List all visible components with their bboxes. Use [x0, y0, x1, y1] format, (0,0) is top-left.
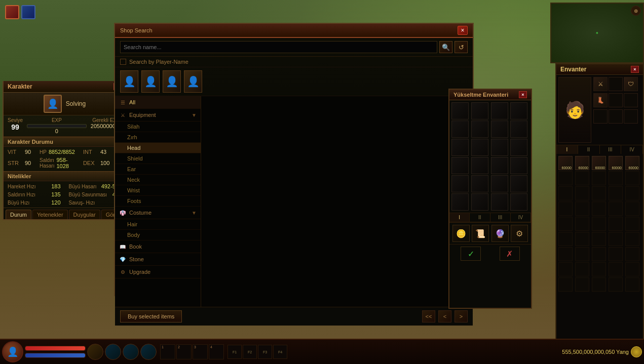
avatar-thumb-3[interactable]: 👤	[163, 70, 181, 93]
inv-item-29[interactable]	[609, 232, 623, 246]
tab-yetenekler[interactable]: Yetenekler	[32, 210, 68, 219]
inv-item-26[interactable]	[558, 232, 573, 246]
nav-next-button[interactable]: >	[454, 310, 468, 322]
upgrade-slot-14[interactable]	[471, 157, 488, 174]
upgrade-action-icon-2[interactable]: 📜	[472, 225, 489, 242]
fkey-f4[interactable]: F4	[273, 345, 287, 359]
equip-slot-ring1[interactable]	[609, 93, 623, 107]
upgrade-slot-11[interactable]	[491, 139, 508, 156]
inv-item-17[interactable]	[575, 201, 589, 216]
inv-item-39[interactable]	[609, 262, 623, 276]
player-name-checkbox[interactable]	[120, 59, 126, 65]
cat-costume[interactable]: 👘 Costume ▼	[115, 207, 201, 219]
inv-item-44[interactable]	[609, 277, 623, 292]
inv-item-4[interactable]: 60000	[609, 156, 623, 170]
cat-equipment[interactable]: ⚔ Equipment ▼	[115, 109, 201, 122]
cat-armor[interactable]: Zırh	[115, 132, 201, 143]
quickslot-1[interactable]: 1	[160, 344, 175, 359]
upgrade-slot-13[interactable]	[451, 157, 469, 174]
hud-character-orb[interactable]: 👤	[2, 341, 23, 362]
equip-slot-ring2[interactable]	[624, 93, 638, 107]
inv-item-43[interactable]	[592, 277, 606, 292]
inv-item-37[interactable]	[575, 262, 589, 276]
skill-icon-2[interactable]	[21, 5, 35, 19]
cat-head[interactable]: Head	[115, 143, 201, 153]
upgrade-slot-18[interactable]	[471, 175, 488, 192]
inv-item-16[interactable]	[558, 201, 573, 216]
minimap-icon[interactable]: ⊕	[631, 6, 641, 16]
inv-item-13[interactable]	[592, 186, 606, 200]
inv-tab-4[interactable]: IV	[621, 145, 643, 154]
tab-duygular[interactable]: Duygular	[69, 210, 100, 219]
upgrade-action-icon-3[interactable]: 🔮	[491, 225, 509, 242]
skill-icon-1[interactable]	[5, 5, 19, 19]
buy-selected-button[interactable]: Buy selected items	[120, 310, 182, 322]
inv-item-42[interactable]	[575, 277, 589, 292]
upgrade-slot-22[interactable]	[471, 193, 488, 211]
fkey-f2[interactable]: F2	[243, 345, 257, 359]
inv-item-31[interactable]	[558, 247, 573, 261]
inv-item-45[interactable]	[625, 277, 639, 292]
inv-item-11[interactable]	[558, 186, 573, 200]
upgrade-slot-15[interactable]	[491, 157, 508, 174]
upgrade-slot-20[interactable]	[510, 175, 527, 192]
avatar-thumb-1[interactable]: 👤	[120, 70, 138, 93]
inv-item-30[interactable]	[625, 232, 639, 246]
inv-item-10[interactable]	[625, 171, 639, 185]
cat-body-costume[interactable]: Body	[115, 230, 201, 240]
inv-item-19[interactable]	[609, 201, 623, 216]
upgrade-tab-2[interactable]: II	[470, 213, 490, 222]
upgrade-confirm-button[interactable]: ✓	[461, 247, 481, 261]
cat-all[interactable]: ☰ All	[115, 96, 201, 109]
inv-item-12[interactable]	[575, 186, 589, 200]
inv-item-18[interactable]	[592, 201, 606, 216]
tab-durum[interactable]: Durum	[6, 210, 31, 219]
inv-tab-1[interactable]: I	[556, 145, 578, 154]
upgrade-cancel-button[interactable]: ✗	[500, 247, 520, 261]
inv-item-33[interactable]	[592, 247, 606, 261]
hud-skill-1[interactable]	[87, 344, 103, 360]
upgrade-slot-8[interactable]	[510, 120, 527, 138]
upgrade-slot-3[interactable]	[491, 102, 508, 119]
inv-item-15[interactable]	[625, 186, 639, 200]
inv-item-34[interactable]	[609, 247, 623, 261]
inv-item-7[interactable]	[575, 171, 589, 185]
fkey-f3[interactable]: F3	[258, 345, 272, 359]
upgrade-slot-10[interactable]	[471, 139, 488, 156]
inv-item-28[interactable]	[592, 232, 606, 246]
cat-weapon[interactable]: Silah	[115, 122, 201, 132]
cat-neck[interactable]: Neck	[115, 175, 201, 185]
cat-stone[interactable]: 💎 Stone	[115, 253, 201, 266]
inv-item-24[interactable]	[609, 217, 623, 231]
refresh-button[interactable]: ↺	[454, 41, 468, 53]
upgrade-slot-19[interactable]	[491, 175, 508, 192]
quickslot-4[interactable]: 4	[209, 344, 224, 359]
equip-slot-shoes[interactable]: 👢	[593, 93, 608, 107]
inv-item-35[interactable]	[625, 247, 639, 261]
upgrade-tab-3[interactable]: III	[490, 213, 511, 222]
upgrade-slot-5[interactable]	[451, 120, 469, 138]
upgrade-action-icon-4[interactable]: ⚙	[511, 225, 528, 242]
inv-item-40[interactable]	[625, 262, 639, 276]
inv-item-23[interactable]	[592, 217, 606, 231]
inv-item-8[interactable]	[592, 171, 606, 185]
equip-slot-earring[interactable]	[609, 109, 623, 124]
upgrade-tab-4[interactable]: IV	[511, 213, 531, 222]
inv-item-5[interactable]: 60000	[625, 156, 639, 170]
shop-search-close-button[interactable]: ×	[458, 26, 468, 35]
quickslot-2[interactable]: 2	[176, 344, 192, 359]
inv-item-38[interactable]	[592, 262, 606, 276]
equip-slot-bracelet[interactable]	[624, 109, 638, 124]
upgrade-slot-17[interactable]	[451, 175, 469, 192]
upgrade-slot-2[interactable]	[471, 102, 488, 119]
inv-item-32[interactable]	[575, 247, 589, 261]
nav-prev-prev-button[interactable]: <<	[422, 310, 435, 322]
equip-slot-head[interactable]	[609, 77, 623, 91]
inv-item-41[interactable]	[558, 277, 573, 292]
search-button[interactable]: 🔍	[439, 41, 452, 53]
inv-item-20[interactable]	[625, 201, 639, 216]
cat-ear[interactable]: Ear	[115, 164, 201, 175]
yang-icon[interactable]	[631, 346, 642, 357]
equip-slot-weapon[interactable]: ⚔	[593, 77, 608, 91]
inv-tab-2[interactable]: II	[578, 145, 600, 154]
